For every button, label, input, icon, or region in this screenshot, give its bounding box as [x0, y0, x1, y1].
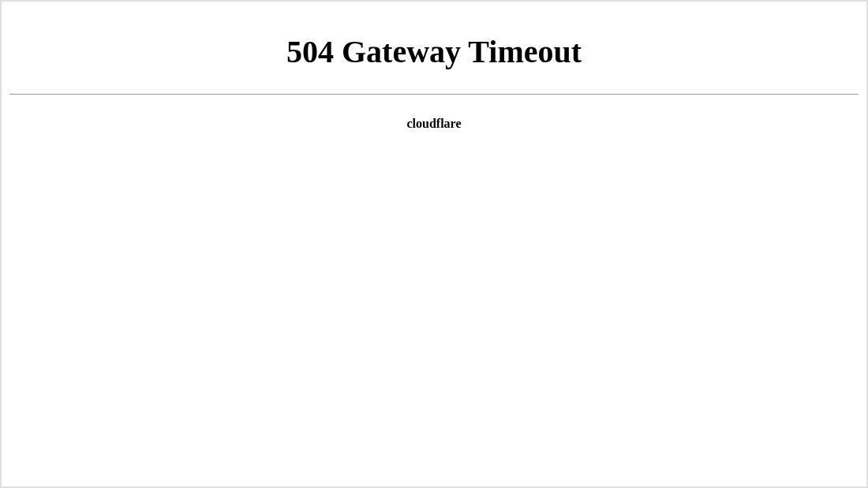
error-title: 504 Gateway Timeout	[2, 33, 866, 70]
error-page: 504 Gateway Timeout cloudflare	[2, 2, 866, 131]
provider-label: cloudflare	[2, 117, 866, 131]
divider	[9, 94, 859, 95]
